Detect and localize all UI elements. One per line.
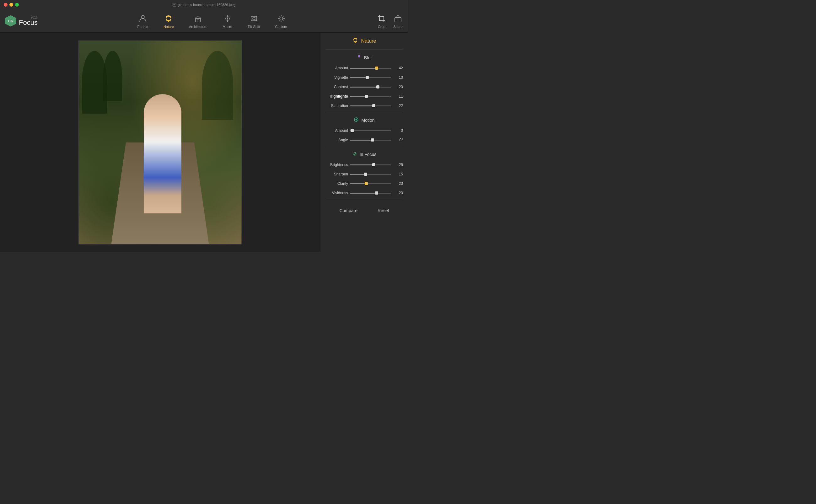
svg-point-14 [280, 17, 283, 20]
blur-section-header: Blur [320, 51, 408, 63]
blur-highlights-row: Highlights 11 [320, 92, 408, 101]
tilt-shift-icon [249, 13, 259, 24]
blur-contrast-label: Contrast [323, 85, 348, 89]
motion-angle-slider[interactable] [350, 137, 391, 143]
svg-rect-0 [173, 3, 176, 6]
toolbar: CK 2016 Focus Portrait [0, 9, 408, 33]
infocus-brightness-label: Brightness [323, 163, 348, 167]
share-icon [393, 13, 403, 24]
close-button[interactable] [4, 3, 8, 7]
blur-vignette-label: Vignette [323, 75, 348, 80]
infocus-brightness-value: -25 [393, 163, 403, 167]
divider-2 [325, 112, 403, 112]
blur-vignette-row: Vignette 10 [320, 73, 408, 82]
reset-button[interactable]: Reset [373, 207, 394, 214]
blur-amount-row: Amount 42 [320, 63, 408, 73]
blur-amount-value: 42 [393, 66, 403, 70]
sidebar: Nature Blur Amount 42 [320, 33, 408, 252]
blur-saturation-slider[interactable] [350, 103, 391, 109]
portrait-icon [138, 13, 148, 24]
panel-header: Nature [320, 33, 408, 48]
maximize-button[interactable] [15, 3, 19, 7]
infocus-vividness-value: 20 [393, 191, 403, 195]
infocus-sharpen-label: Sharpen [323, 172, 348, 176]
nav-tools: Portrait Nature Architecture [48, 12, 377, 30]
panel-nature-icon [352, 37, 358, 45]
svg-point-18 [359, 56, 360, 57]
blur-amount-label: Amount [323, 66, 348, 70]
svg-point-9 [253, 17, 255, 20]
infocus-clarity-slider[interactable] [350, 180, 391, 187]
blur-saturation-row: Saturation -22 [320, 101, 408, 110]
motion-amount-row: Amount 0 [320, 126, 408, 135]
blur-vignette-value: 10 [393, 75, 403, 80]
infocus-sharpen-slider[interactable] [350, 171, 391, 177]
macro-icon [223, 13, 233, 24]
photo-container [78, 40, 242, 244]
crop-button[interactable]: Crop [377, 13, 387, 29]
tree-2 [103, 51, 122, 101]
motion-angle-label: Angle [323, 138, 348, 142]
svg-point-3 [141, 15, 144, 19]
svg-point-21 [356, 119, 357, 120]
minimize-button[interactable] [9, 3, 13, 7]
custom-icon [276, 13, 286, 24]
person-figure [144, 94, 181, 213]
nav-item-custom[interactable]: Custom [271, 12, 291, 30]
image-area [0, 33, 320, 252]
window-controls [4, 3, 19, 7]
title-bar: girl-dress-bounce-nature-160826.jpeg [0, 0, 408, 9]
motion-angle-value: 0° [393, 138, 403, 142]
infocus-vividness-slider[interactable] [350, 190, 391, 196]
logo-area: CK 2016 Focus [5, 15, 38, 27]
compare-button[interactable]: Compare [334, 207, 362, 214]
svg-rect-5 [196, 19, 201, 22]
blur-highlights-value: 11 [393, 94, 403, 99]
motion-amount-value: 0 [393, 128, 403, 133]
infocus-icon [352, 151, 357, 158]
logo-icon: CK [5, 15, 16, 27]
infocus-vividness-label: Vividness [323, 191, 348, 195]
share-button[interactable]: Share [393, 13, 403, 29]
blur-amount-slider[interactable] [350, 65, 391, 71]
blur-contrast-value: 20 [393, 85, 403, 89]
infocus-clarity-value: 20 [393, 181, 403, 186]
svg-rect-6 [197, 20, 199, 22]
infocus-clarity-label: Clarity [323, 181, 348, 186]
infocus-sharpen-value: 15 [393, 172, 403, 176]
infocus-section-header: In Focus [320, 147, 408, 160]
divider-1 [325, 49, 403, 50]
blur-highlights-slider[interactable] [350, 93, 391, 99]
blur-saturation-value: -22 [393, 104, 403, 108]
motion-amount-label: Amount [323, 128, 348, 133]
blur-contrast-row: Contrast 20 [320, 82, 408, 92]
crop-icon [377, 13, 387, 24]
photo-display [78, 40, 242, 244]
nav-item-portrait[interactable]: Portrait [133, 12, 152, 30]
nature-icon [164, 13, 174, 24]
blur-vignette-slider[interactable] [350, 74, 391, 81]
nav-item-macro[interactable]: Macro [219, 12, 236, 30]
logo-text: 2016 Focus [19, 16, 38, 26]
blur-contrast-slider[interactable] [350, 84, 391, 90]
motion-amount-slider[interactable] [350, 127, 391, 134]
motion-icon [354, 117, 359, 123]
blur-saturation-label: Saturation [323, 104, 348, 108]
nav-item-tilt-shift[interactable]: Tilt-Shift [244, 12, 264, 30]
infocus-brightness-slider[interactable] [350, 162, 391, 168]
blur-highlights-label: Highlights [323, 94, 348, 99]
blur-icon [357, 55, 362, 61]
tree-3 [202, 51, 233, 120]
svg-rect-8 [251, 16, 257, 21]
infocus-brightness-row: Brightness -25 [320, 160, 408, 169]
divider-3 [325, 146, 403, 146]
window-title: girl-dress-bounce-nature-160826.jpeg [172, 3, 235, 7]
infocus-sharpen-row: Sharpen 15 [320, 169, 408, 179]
motion-section-header: Motion [320, 113, 408, 126]
main-content: Nature Blur Amount 42 [0, 33, 408, 252]
nav-item-nature[interactable]: Nature [160, 12, 178, 30]
infocus-vividness-row: Vividness 20 [320, 188, 408, 198]
nav-item-architecture[interactable]: Architecture [185, 12, 211, 30]
infocus-clarity-row: Clarity 20 [320, 179, 408, 188]
toolbar-right: Crop Share [377, 13, 403, 29]
